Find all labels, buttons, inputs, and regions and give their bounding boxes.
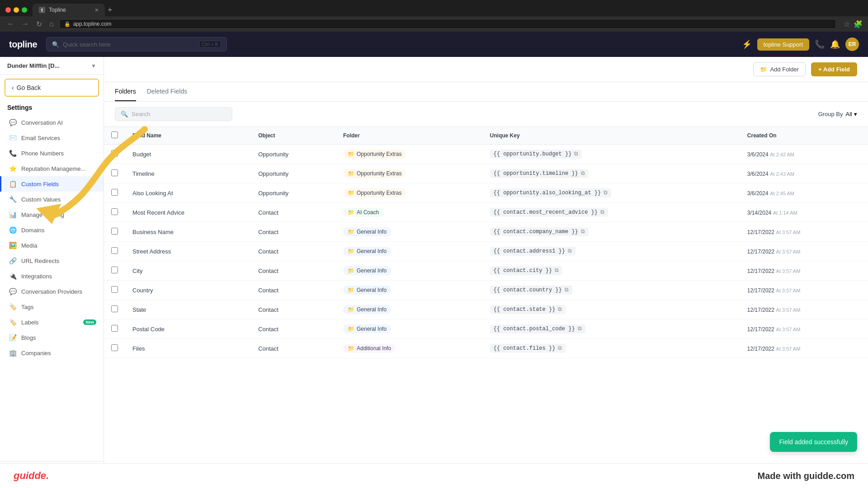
tab-close-icon[interactable]: × bbox=[95, 6, 99, 14]
copy-icon[interactable]: ⧉ bbox=[568, 248, 572, 254]
tab-deleted-fields[interactable]: Deleted Fields bbox=[147, 82, 188, 101]
extensions-button[interactable]: 🧩 bbox=[854, 20, 863, 28]
group-by-select[interactable]: All ▾ bbox=[846, 111, 857, 117]
object-cell: Contact bbox=[251, 281, 336, 300]
sidebar-item-url-redirects[interactable]: 🔗 URL Redirects bbox=[0, 253, 104, 268]
object-cell: Opportunity bbox=[251, 183, 336, 203]
bell-icon-button[interactable]: 🔔 bbox=[830, 39, 840, 49]
workspace-selector[interactable]: Dunder Mifflin [D... ▼ bbox=[0, 57, 104, 75]
field-name-cell: Business Name bbox=[125, 222, 251, 242]
sidebar-item-reputation-management[interactable]: ⭐ Reputation Manageme... bbox=[0, 161, 104, 176]
copy-icon[interactable]: ⧉ bbox=[565, 287, 569, 293]
home-button[interactable]: ⌂ bbox=[47, 19, 56, 29]
row-checkbox[interactable] bbox=[111, 305, 118, 312]
sidebar-item-label: Domains bbox=[21, 227, 44, 234]
row-checkbox[interactable] bbox=[111, 247, 118, 254]
sidebar-item-label: Phone Numbers bbox=[21, 150, 64, 157]
field-name-cell: Timeline bbox=[125, 164, 251, 183]
object-cell: Opportunity bbox=[251, 164, 336, 183]
reload-button[interactable]: ↻ bbox=[34, 19, 44, 29]
sidebar-item-tags[interactable]: 🏷️ Tags bbox=[0, 299, 104, 314]
sidebar-item-custom-values[interactable]: 🔧 Custom Values bbox=[0, 192, 104, 207]
address-bar[interactable]: 🔒 app.topline.com bbox=[59, 19, 836, 29]
copy-icon[interactable]: ⧉ bbox=[578, 326, 582, 332]
copy-icon[interactable]: ⧉ bbox=[604, 190, 608, 196]
created-on-cell: 12/17/2022 At 3:57 AM bbox=[740, 261, 868, 281]
row-checkbox[interactable] bbox=[111, 169, 118, 176]
table-search[interactable]: 🔍 Search bbox=[115, 107, 232, 121]
copy-icon[interactable]: ⧉ bbox=[558, 306, 562, 313]
sidebar-item-media[interactable]: 🖼️ Media bbox=[0, 238, 104, 253]
row-checkbox-cell bbox=[104, 261, 125, 281]
close-traffic-light[interactable] bbox=[5, 7, 11, 13]
row-checkbox-cell bbox=[104, 183, 125, 203]
row-checkbox[interactable] bbox=[111, 325, 118, 332]
date-value: 3/6/2024 bbox=[747, 190, 769, 197]
phone-icon-button[interactable]: 📞 bbox=[815, 39, 825, 49]
folder-cell: 📁 General Info bbox=[336, 261, 483, 281]
user-avatar[interactable]: ER bbox=[845, 38, 859, 51]
folder-icon: 📁 bbox=[348, 151, 354, 157]
object-cell: Contact bbox=[251, 203, 336, 222]
row-checkbox[interactable] bbox=[111, 208, 118, 215]
support-button[interactable]: topline Support bbox=[757, 38, 809, 51]
copy-icon[interactable]: ⧉ bbox=[600, 209, 604, 216]
sidebar-item-custom-fields[interactable]: 📋 Custom Fields bbox=[0, 176, 104, 192]
url-text: app.topline.com bbox=[73, 21, 112, 27]
add-field-button[interactable]: + Add Field bbox=[811, 62, 857, 76]
sidebar-item-phone-numbers[interactable]: 📞 Phone Numbers bbox=[0, 145, 104, 161]
workspace-label: Dunder Mifflin [D... bbox=[7, 62, 60, 69]
row-checkbox[interactable] bbox=[111, 344, 118, 351]
sidebar: Dunder Mifflin [D... ▼ ‹ Go Back Setting… bbox=[0, 57, 104, 488]
sidebar-item-email-services[interactable]: ✉️ Email Services bbox=[0, 130, 104, 145]
email-icon: ✉️ bbox=[9, 134, 17, 141]
row-checkbox[interactable] bbox=[111, 286, 118, 293]
select-all-checkbox[interactable] bbox=[111, 131, 118, 138]
copy-icon[interactable]: ⧉ bbox=[574, 151, 578, 157]
copy-icon[interactable]: ⧉ bbox=[581, 229, 585, 235]
tab-folders[interactable]: Folders bbox=[115, 82, 136, 101]
created-on-cell: 12/17/2022 At 3:57 AM bbox=[740, 319, 868, 339]
sidebar-item-conversation-ai[interactable]: 💬 Conversation AI bbox=[0, 115, 104, 130]
header-search[interactable]: 🔍 Quick search here Ctrl + K bbox=[46, 37, 227, 52]
folder-badge: 📁 Additional Info bbox=[343, 344, 396, 353]
sidebar-item-integrations[interactable]: 🔌 Integrations bbox=[0, 268, 104, 284]
row-checkbox[interactable] bbox=[111, 267, 118, 273]
search-icon: 🔍 bbox=[52, 41, 59, 48]
sidebar-item-manage-scoring[interactable]: 📊 Manage Scoring bbox=[0, 207, 104, 222]
lightning-icon[interactable]: ⚡ bbox=[742, 39, 752, 49]
table-row: Also Looking At Opportunity 📁 Opportunit… bbox=[104, 183, 868, 203]
go-back-button[interactable]: ‹ Go Back bbox=[5, 79, 99, 97]
date-value: 3/6/2024 bbox=[747, 171, 769, 177]
sidebar-item-conversation-providers[interactable]: 💬 Conversation Providers bbox=[0, 284, 104, 299]
blogs-icon: 📝 bbox=[9, 334, 17, 341]
row-checkbox-cell bbox=[104, 203, 125, 222]
guidde-tagline: Made with guidde.com bbox=[758, 471, 854, 481]
add-folder-button[interactable]: 📁 Add Folder bbox=[753, 62, 806, 76]
browser-tab[interactable]: t Topline × bbox=[33, 4, 105, 16]
sidebar-item-label: Blogs bbox=[21, 334, 36, 341]
row-checkbox[interactable] bbox=[111, 189, 118, 196]
maximize-traffic-light[interactable] bbox=[22, 7, 27, 13]
bookmark-button[interactable]: ☆ bbox=[844, 20, 850, 28]
sidebar-item-labels[interactable]: 🏷️ Labels New bbox=[0, 314, 104, 330]
copy-icon[interactable]: ⧉ bbox=[558, 345, 562, 352]
copy-icon[interactable]: ⧉ bbox=[555, 267, 559, 274]
object-cell: Contact bbox=[251, 261, 336, 281]
minimize-traffic-light[interactable] bbox=[14, 7, 19, 13]
forward-button[interactable]: → bbox=[20, 19, 31, 29]
folder-cell: 📁 Opportunity Extras bbox=[336, 164, 483, 183]
sidebar-item-label: Labels bbox=[21, 319, 38, 326]
sidebar-item-companies[interactable]: 🏢 Companies bbox=[0, 345, 104, 361]
back-button[interactable]: ← bbox=[5, 19, 16, 29]
unique-key-value: {{ contact.country }} ⧉ bbox=[490, 286, 572, 295]
copy-icon[interactable]: ⧉ bbox=[581, 170, 585, 177]
table-row: Country Contact 📁 General Info {{ contac… bbox=[104, 281, 868, 300]
sidebar-item-blogs[interactable]: 📝 Blogs bbox=[0, 330, 104, 345]
go-back-label: Go Back bbox=[17, 84, 41, 91]
new-tab-button[interactable]: + bbox=[108, 5, 113, 15]
sidebar-item-domains[interactable]: 🌐 Domains bbox=[0, 222, 104, 238]
date-value: 3/6/2024 bbox=[747, 151, 769, 158]
row-checkbox[interactable] bbox=[111, 150, 118, 157]
row-checkbox[interactable] bbox=[111, 228, 118, 235]
